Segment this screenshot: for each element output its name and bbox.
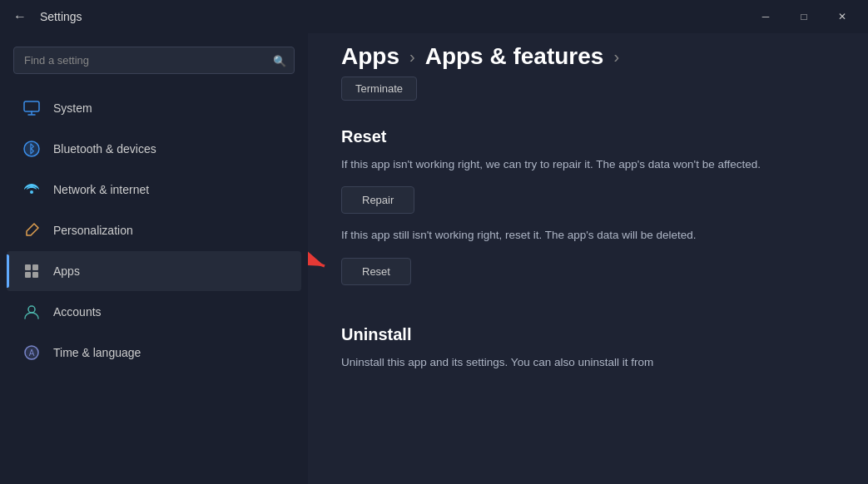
svg-point-8 (28, 306, 35, 313)
window-controls: ─ □ ✕ (746, 3, 861, 30)
nav-items: System ᛒ Bluetooth & devices (0, 87, 308, 484)
minimize-icon: ─ (762, 11, 770, 22)
svg-rect-4 (25, 264, 31, 270)
breadcrumb-apps[interactable]: Apps (341, 43, 399, 70)
sidebar-item-apps[interactable]: Apps (7, 251, 301, 291)
network-icon (20, 178, 43, 201)
uninstall-title: Uninstall (341, 325, 835, 344)
close-button[interactable]: ✕ (823, 3, 861, 30)
app-title: Settings (40, 10, 82, 23)
sidebar-item-network[interactable]: Network & internet (7, 170, 301, 210)
content-area: Apps › Apps & features › Terminate Reset… (308, 33, 868, 484)
search-input[interactable] (13, 47, 295, 74)
breadcrumb-sep2: › (613, 47, 619, 67)
svg-rect-0 (24, 101, 39, 111)
uninstall-desc: Uninstall this app and its settings. You… (341, 354, 835, 371)
personalization-icon (20, 219, 43, 242)
sidebar-item-system[interactable]: System (7, 88, 301, 128)
svg-text:ᛒ: ᛒ (28, 142, 35, 156)
terminate-area: Terminate (341, 77, 417, 101)
maximize-icon: □ (801, 11, 806, 22)
reset-desc2: If this app still isn't working right, r… (341, 227, 835, 244)
reset-desc1: If this app isn't working right, we can … (341, 156, 835, 173)
sidebar-item-bluetooth[interactable]: ᛒ Bluetooth & devices (7, 129, 301, 169)
sidebar-label-accounts: Accounts (53, 305, 102, 319)
sidebar-label-personalization: Personalization (53, 224, 133, 237)
sidebar: 🔍 System ᛒ Bluetoo (0, 33, 308, 484)
apps-icon (20, 259, 43, 283)
svg-rect-5 (32, 264, 38, 270)
system-icon (20, 96, 43, 120)
svg-rect-7 (32, 272, 38, 278)
sidebar-label-bluetooth: Bluetooth & devices (53, 142, 156, 156)
arrow-annotation (308, 241, 333, 291)
reset-section: Reset If this app isn't working right, w… (308, 114, 868, 312)
terminate-button[interactable]: Terminate (341, 77, 417, 101)
sidebar-label-apps: Apps (53, 264, 80, 278)
time-icon: A (20, 341, 43, 364)
sidebar-label-network: Network & internet (53, 183, 149, 196)
titlebar: ← Settings ─ □ ✕ (0, 0, 868, 33)
sidebar-item-time[interactable]: A Time & language (7, 333, 301, 373)
back-button[interactable]: ← (7, 3, 33, 30)
close-icon: ✕ (838, 11, 846, 22)
reset-button-area: Reset (341, 258, 411, 299)
breadcrumb-apps-features[interactable]: Apps & features (425, 43, 604, 70)
reset-button[interactable]: Reset (341, 258, 411, 285)
breadcrumb-sep1: › (409, 47, 415, 67)
sidebar-item-accounts[interactable]: Accounts (7, 292, 301, 332)
back-icon: ← (13, 9, 27, 24)
sidebar-item-personalization[interactable]: Personalization (7, 210, 301, 250)
breadcrumb: Apps › Apps & features › (308, 33, 868, 77)
uninstall-section: Uninstall Uninstall this app and its set… (308, 312, 868, 398)
repair-button[interactable]: Repair (341, 186, 414, 214)
minimize-button[interactable]: ─ (746, 3, 785, 30)
main-layout: 🔍 System ᛒ Bluetoo (0, 33, 868, 484)
reset-title: Reset (341, 127, 835, 146)
maximize-button[interactable]: □ (785, 3, 823, 30)
svg-rect-6 (25, 272, 31, 278)
svg-point-3 (30, 190, 33, 194)
bluetooth-icon: ᛒ (20, 137, 43, 161)
accounts-icon (20, 300, 43, 323)
svg-text:A: A (29, 348, 35, 358)
sidebar-label-system: System (53, 101, 92, 115)
sidebar-label-time: Time & language (53, 346, 141, 359)
search-icon: 🔍 (273, 54, 286, 67)
search-box: 🔍 (13, 47, 295, 74)
